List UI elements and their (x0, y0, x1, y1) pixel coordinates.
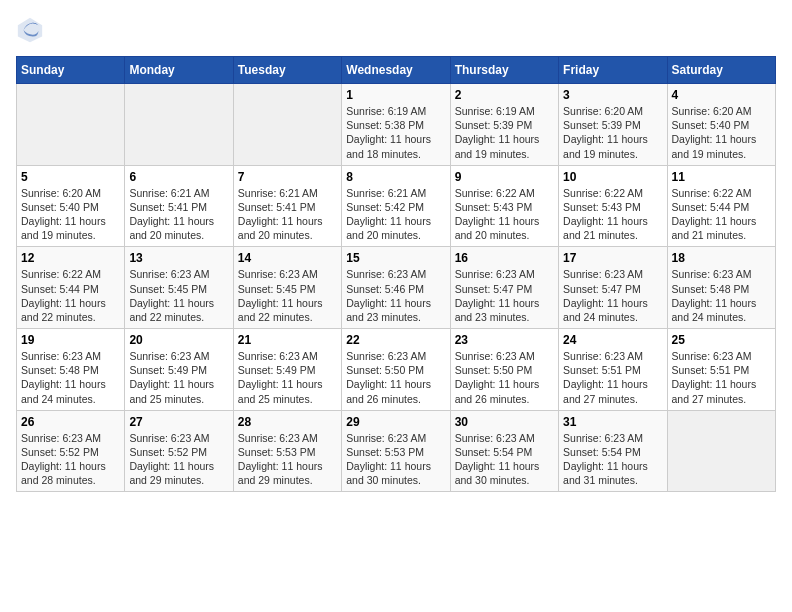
day-info: Sunrise: 6:23 AMSunset: 5:54 PMDaylight:… (455, 431, 554, 488)
day-info: Sunrise: 6:19 AMSunset: 5:39 PMDaylight:… (455, 104, 554, 161)
day-info: Sunrise: 6:23 AMSunset: 5:53 PMDaylight:… (346, 431, 445, 488)
day-number: 4 (672, 88, 771, 102)
day-number: 16 (455, 251, 554, 265)
calendar-cell (667, 410, 775, 492)
calendar-cell: 26Sunrise: 6:23 AMSunset: 5:52 PMDayligh… (17, 410, 125, 492)
calendar-cell: 15Sunrise: 6:23 AMSunset: 5:46 PMDayligh… (342, 247, 450, 329)
calendar-header: SundayMondayTuesdayWednesdayThursdayFrid… (17, 57, 776, 84)
day-info: Sunrise: 6:23 AMSunset: 5:46 PMDaylight:… (346, 267, 445, 324)
day-number: 28 (238, 415, 337, 429)
day-info: Sunrise: 6:23 AMSunset: 5:53 PMDaylight:… (238, 431, 337, 488)
day-info: Sunrise: 6:23 AMSunset: 5:50 PMDaylight:… (346, 349, 445, 406)
day-number: 20 (129, 333, 228, 347)
calendar-cell (233, 84, 341, 166)
svg-marker-0 (18, 18, 42, 42)
calendar-cell: 27Sunrise: 6:23 AMSunset: 5:52 PMDayligh… (125, 410, 233, 492)
weekday-header-sunday: Sunday (17, 57, 125, 84)
day-info: Sunrise: 6:23 AMSunset: 5:54 PMDaylight:… (563, 431, 662, 488)
day-info: Sunrise: 6:21 AMSunset: 5:42 PMDaylight:… (346, 186, 445, 243)
day-info: Sunrise: 6:23 AMSunset: 5:47 PMDaylight:… (563, 267, 662, 324)
calendar-cell: 6Sunrise: 6:21 AMSunset: 5:41 PMDaylight… (125, 165, 233, 247)
day-info: Sunrise: 6:22 AMSunset: 5:44 PMDaylight:… (21, 267, 120, 324)
calendar-cell: 17Sunrise: 6:23 AMSunset: 5:47 PMDayligh… (559, 247, 667, 329)
calendar-cell: 5Sunrise: 6:20 AMSunset: 5:40 PMDaylight… (17, 165, 125, 247)
calendar-cell: 12Sunrise: 6:22 AMSunset: 5:44 PMDayligh… (17, 247, 125, 329)
calendar-cell: 24Sunrise: 6:23 AMSunset: 5:51 PMDayligh… (559, 329, 667, 411)
day-info: Sunrise: 6:23 AMSunset: 5:45 PMDaylight:… (129, 267, 228, 324)
calendar-cell (125, 84, 233, 166)
day-info: Sunrise: 6:20 AMSunset: 5:40 PMDaylight:… (672, 104, 771, 161)
calendar-body: 1Sunrise: 6:19 AMSunset: 5:38 PMDaylight… (17, 84, 776, 492)
day-info: Sunrise: 6:20 AMSunset: 5:39 PMDaylight:… (563, 104, 662, 161)
day-number: 26 (21, 415, 120, 429)
calendar-cell: 18Sunrise: 6:23 AMSunset: 5:48 PMDayligh… (667, 247, 775, 329)
day-number: 22 (346, 333, 445, 347)
week-row-2: 5Sunrise: 6:20 AMSunset: 5:40 PMDaylight… (17, 165, 776, 247)
day-number: 29 (346, 415, 445, 429)
calendar-cell: 21Sunrise: 6:23 AMSunset: 5:49 PMDayligh… (233, 329, 341, 411)
day-info: Sunrise: 6:23 AMSunset: 5:51 PMDaylight:… (563, 349, 662, 406)
day-info: Sunrise: 6:21 AMSunset: 5:41 PMDaylight:… (238, 186, 337, 243)
calendar-cell: 11Sunrise: 6:22 AMSunset: 5:44 PMDayligh… (667, 165, 775, 247)
week-row-1: 1Sunrise: 6:19 AMSunset: 5:38 PMDaylight… (17, 84, 776, 166)
calendar-cell: 4Sunrise: 6:20 AMSunset: 5:40 PMDaylight… (667, 84, 775, 166)
day-info: Sunrise: 6:23 AMSunset: 5:50 PMDaylight:… (455, 349, 554, 406)
day-info: Sunrise: 6:23 AMSunset: 5:52 PMDaylight:… (129, 431, 228, 488)
calendar-cell: 13Sunrise: 6:23 AMSunset: 5:45 PMDayligh… (125, 247, 233, 329)
day-number: 18 (672, 251, 771, 265)
day-number: 2 (455, 88, 554, 102)
calendar-cell: 28Sunrise: 6:23 AMSunset: 5:53 PMDayligh… (233, 410, 341, 492)
day-number: 15 (346, 251, 445, 265)
day-info: Sunrise: 6:23 AMSunset: 5:49 PMDaylight:… (238, 349, 337, 406)
calendar-cell: 7Sunrise: 6:21 AMSunset: 5:41 PMDaylight… (233, 165, 341, 247)
day-number: 10 (563, 170, 662, 184)
day-number: 1 (346, 88, 445, 102)
weekday-header-friday: Friday (559, 57, 667, 84)
calendar-cell: 22Sunrise: 6:23 AMSunset: 5:50 PMDayligh… (342, 329, 450, 411)
day-number: 3 (563, 88, 662, 102)
week-row-3: 12Sunrise: 6:22 AMSunset: 5:44 PMDayligh… (17, 247, 776, 329)
day-number: 8 (346, 170, 445, 184)
calendar-cell: 29Sunrise: 6:23 AMSunset: 5:53 PMDayligh… (342, 410, 450, 492)
day-info: Sunrise: 6:23 AMSunset: 5:47 PMDaylight:… (455, 267, 554, 324)
calendar-cell: 3Sunrise: 6:20 AMSunset: 5:39 PMDaylight… (559, 84, 667, 166)
day-info: Sunrise: 6:23 AMSunset: 5:45 PMDaylight:… (238, 267, 337, 324)
weekday-header-tuesday: Tuesday (233, 57, 341, 84)
day-info: Sunrise: 6:22 AMSunset: 5:43 PMDaylight:… (563, 186, 662, 243)
day-number: 13 (129, 251, 228, 265)
calendar-cell: 9Sunrise: 6:22 AMSunset: 5:43 PMDaylight… (450, 165, 558, 247)
day-info: Sunrise: 6:23 AMSunset: 5:48 PMDaylight:… (21, 349, 120, 406)
day-number: 5 (21, 170, 120, 184)
day-number: 27 (129, 415, 228, 429)
calendar-cell: 2Sunrise: 6:19 AMSunset: 5:39 PMDaylight… (450, 84, 558, 166)
day-number: 30 (455, 415, 554, 429)
day-info: Sunrise: 6:23 AMSunset: 5:49 PMDaylight:… (129, 349, 228, 406)
calendar-cell (17, 84, 125, 166)
week-row-5: 26Sunrise: 6:23 AMSunset: 5:52 PMDayligh… (17, 410, 776, 492)
day-number: 19 (21, 333, 120, 347)
weekday-header-monday: Monday (125, 57, 233, 84)
calendar-cell: 8Sunrise: 6:21 AMSunset: 5:42 PMDaylight… (342, 165, 450, 247)
day-number: 31 (563, 415, 662, 429)
day-number: 14 (238, 251, 337, 265)
weekday-header-thursday: Thursday (450, 57, 558, 84)
day-info: Sunrise: 6:21 AMSunset: 5:41 PMDaylight:… (129, 186, 228, 243)
calendar-cell: 30Sunrise: 6:23 AMSunset: 5:54 PMDayligh… (450, 410, 558, 492)
day-number: 17 (563, 251, 662, 265)
day-number: 6 (129, 170, 228, 184)
day-info: Sunrise: 6:22 AMSunset: 5:43 PMDaylight:… (455, 186, 554, 243)
weekday-header-wednesday: Wednesday (342, 57, 450, 84)
week-row-4: 19Sunrise: 6:23 AMSunset: 5:48 PMDayligh… (17, 329, 776, 411)
day-info: Sunrise: 6:22 AMSunset: 5:44 PMDaylight:… (672, 186, 771, 243)
page-header (16, 16, 776, 44)
calendar-cell: 1Sunrise: 6:19 AMSunset: 5:38 PMDaylight… (342, 84, 450, 166)
calendar-cell: 23Sunrise: 6:23 AMSunset: 5:50 PMDayligh… (450, 329, 558, 411)
day-number: 7 (238, 170, 337, 184)
day-number: 24 (563, 333, 662, 347)
day-info: Sunrise: 6:23 AMSunset: 5:52 PMDaylight:… (21, 431, 120, 488)
calendar-cell: 19Sunrise: 6:23 AMSunset: 5:48 PMDayligh… (17, 329, 125, 411)
calendar-cell: 10Sunrise: 6:22 AMSunset: 5:43 PMDayligh… (559, 165, 667, 247)
day-number: 9 (455, 170, 554, 184)
day-info: Sunrise: 6:23 AMSunset: 5:51 PMDaylight:… (672, 349, 771, 406)
calendar-cell: 16Sunrise: 6:23 AMSunset: 5:47 PMDayligh… (450, 247, 558, 329)
